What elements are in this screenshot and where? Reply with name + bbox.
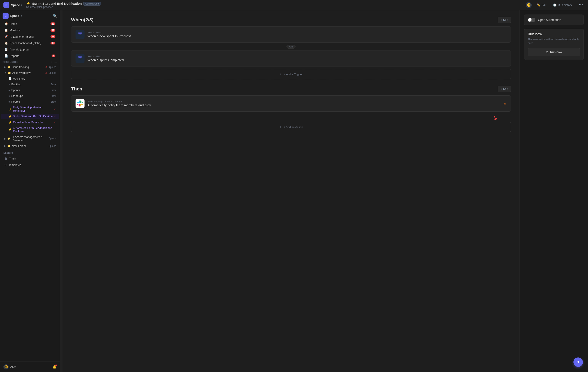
sidebar-item-overdue-task[interactable]: ⚡ Overdue Task Reminder ⚠ xyxy=(1,120,59,125)
trigger2-label: Record Match xyxy=(87,55,506,58)
fab-button[interactable]: ✦ xyxy=(573,357,583,367)
issue-tracking-folder-icon: 📁 xyxy=(7,66,10,69)
reports-badge: 4 xyxy=(52,54,55,57)
sidebar-item-people[interactable]: # People 3row xyxy=(1,99,59,104)
user-emoji-avatar: 😊 xyxy=(526,2,532,8)
action1-info: Send Message to Slack Channel Automatica… xyxy=(87,100,499,107)
it-assets-expand-icon: ▶ xyxy=(4,138,6,140)
topbar-title-cols: ⚡ Sprint Start and End Notification Can … xyxy=(26,1,101,9)
drag-dots-icon: ⋮ xyxy=(60,190,62,192)
sidebar-header: S Space ▾ 🔍 xyxy=(0,10,60,20)
fab-icon: ✦ xyxy=(576,359,580,365)
filter-icon-1 xyxy=(77,32,83,37)
people-icon: # xyxy=(9,100,10,103)
sidebar-item-agile-workflow[interactable]: ▼ 📁 Agile Workflow ⚠ 9piece xyxy=(1,70,59,75)
topbar: S Space ▾ ⚡ Sprint Start and End Notific… xyxy=(0,0,588,10)
sidebar-space-btn[interactable]: S Space ▾ xyxy=(3,13,22,19)
sidebar-item-form-feedback[interactable]: ⚡ Automated Form Feedback and Confirma..… xyxy=(1,125,59,134)
open-automation-row: Open Automation xyxy=(524,15,584,25)
missions-icon: 📋 xyxy=(4,29,8,32)
sidebar-item-agenda[interactable]: 📋 Agenda (alpha) xyxy=(1,46,59,52)
history-icon: 🕐 xyxy=(553,3,556,7)
trigger1-icon-wrap xyxy=(75,30,84,39)
sidebar-item-it-assets[interactable]: ▶ 📁 IT Assets Management & Reminder 5pie… xyxy=(1,134,59,143)
sprint-notification-warning-icon: ⚠ xyxy=(54,115,56,118)
action1-label: Send Message to Slack Channel xyxy=(87,100,499,103)
run-now-section: Run now The automation will run immediat… xyxy=(524,29,584,60)
standups-icon: # xyxy=(9,94,10,98)
issue-tracking-expand-icon: ▶ xyxy=(4,66,6,68)
when-sort-button[interactable]: ↕ Sort xyxy=(498,17,511,23)
run-now-description: The automation will run immediately and … xyxy=(528,37,580,45)
slack-icon-wrap xyxy=(75,99,84,108)
drag-handle[interactable]: ⋮ xyxy=(60,10,63,372)
run-now-button[interactable]: ⊙ Run now xyxy=(528,48,580,56)
main-layout: S Space ▾ 🔍 🏠 Home 15 📋 Missions 11 🚀 xyxy=(0,10,588,372)
page-description: No description provided xyxy=(26,6,101,9)
add-story-icon: 📄 xyxy=(9,77,12,80)
templates-icon: ⊙ xyxy=(4,163,7,167)
right-panel: Open Automation Run now The automation w… xyxy=(520,10,588,372)
filter-icon-2 xyxy=(77,56,83,61)
sidebar-item-sprints[interactable]: # Sprints 3row xyxy=(1,87,59,93)
automation-editor: When(2/3) ↕ Sort Record Match When a new… xyxy=(63,10,520,372)
sidebar-item-standups[interactable]: # Standups 3row xyxy=(1,93,59,99)
action-card-1[interactable]: Send Message to Slack Channel Automatica… xyxy=(71,95,511,112)
more-options-button[interactable]: ••• xyxy=(577,2,585,8)
sidebar-item-trash[interactable]: 🗑 Trash xyxy=(1,155,59,161)
new-folder-expand-icon: ▶ xyxy=(4,145,6,147)
it-assets-folder-icon: 📁 xyxy=(7,137,10,140)
sidebar-item-sprint-notification[interactable]: ⚡ Sprint Start and End Notification ⚠ xyxy=(1,114,59,119)
more-resource-icon[interactable]: ••• xyxy=(54,61,57,63)
page-title: Sprint Start and End Notification xyxy=(32,2,82,5)
sidebar-item-space-dashboard[interactable]: 🏠 Space Dashboard (alpha) 15 xyxy=(1,40,59,46)
sidebar-item-missions[interactable]: 📋 Missions 11 xyxy=(1,27,59,33)
automation-bolt-icon: ⚡ xyxy=(26,1,30,6)
reports-icon: 📄 xyxy=(4,54,8,58)
edit-button[interactable]: ✏️ Edit xyxy=(535,3,548,8)
trigger1-label: Record Match xyxy=(87,31,506,34)
sort-icon-then: ↕ xyxy=(501,87,502,90)
sidebar-footer: 😊 Allen 🔔 xyxy=(0,362,60,372)
sidebar-item-daily-standup[interactable]: ⚡ Daily Stand-Up Meeting Reminder ⚠ xyxy=(1,105,59,113)
then-sort-button[interactable]: ↕ Sort xyxy=(498,86,511,92)
notification-bell-icon[interactable]: 🔔 xyxy=(53,365,56,369)
space-name-btn[interactable]: Space ▾ xyxy=(11,3,22,7)
sidebar-item-backlog[interactable]: # Backlog 3row xyxy=(1,82,59,87)
sidebar-item-new-folder[interactable]: ▶ 📁 New Folder 8piece xyxy=(1,143,59,149)
arrow-container: ➘ xyxy=(71,114,511,122)
resources-actions: + ••• xyxy=(51,61,57,63)
trigger-card-2[interactable]: Record Match When a sprint Completed xyxy=(71,50,511,67)
search-button[interactable]: 🔍 xyxy=(53,14,57,18)
home-badge: 15 xyxy=(51,22,55,25)
add-resource-icon[interactable]: + xyxy=(51,61,53,63)
sidebar-space-avatar: S xyxy=(3,13,9,19)
issue-tracking-warning-icon: ⚠ xyxy=(45,66,48,68)
agenda-icon: 📋 xyxy=(4,48,8,51)
slack-icon xyxy=(77,101,83,106)
space-dashboard-icon: 🏠 xyxy=(4,41,8,45)
sidebar-space-chevron-icon: ▾ xyxy=(21,15,22,17)
topbar-row1: ⚡ Sprint Start and End Notification Can … xyxy=(26,1,101,6)
sidebar-item-templates[interactable]: ⊙ Templates xyxy=(1,162,59,168)
sprints-icon: # xyxy=(9,89,10,92)
sidebar-item-ai-launcher[interactable]: 🚀 AI Launcher (alpha) 15 xyxy=(1,34,59,40)
space-avatar: S xyxy=(3,2,10,8)
add-trigger-button[interactable]: ＋ + Add a Trigger xyxy=(71,69,511,79)
add-action-button[interactable]: ＋ + Add an Action xyxy=(71,122,511,132)
agile-warning-icon: ⚠ xyxy=(45,71,48,74)
toggle-knob xyxy=(528,18,532,22)
agile-folder-icon: 📁 xyxy=(8,71,11,74)
trigger-card-1[interactable]: Record Match When a new sprint In Progre… xyxy=(71,26,511,42)
or-divider: OR xyxy=(71,45,511,49)
sidebar-item-issue-tracking[interactable]: ▶ 📁 Issue tracking ⚠ 4piece xyxy=(1,64,59,70)
sidebar-item-add-story[interactable]: 📄 Add Story xyxy=(1,76,59,81)
sidebar-item-home[interactable]: 🏠 Home 15 xyxy=(1,21,59,27)
automation-bolt-icon-form: ⚡ xyxy=(9,128,12,131)
open-automation-toggle[interactable] xyxy=(528,18,535,22)
run-now-circle-icon: ⊙ xyxy=(546,50,548,54)
edit-icon: ✏️ xyxy=(537,3,540,7)
run-history-button[interactable]: 🕐 Run history xyxy=(551,3,574,8)
trigger2-title: When a sprint Completed xyxy=(87,58,506,62)
sidebar-item-reports[interactable]: 📄 Reports 4 xyxy=(1,53,59,59)
